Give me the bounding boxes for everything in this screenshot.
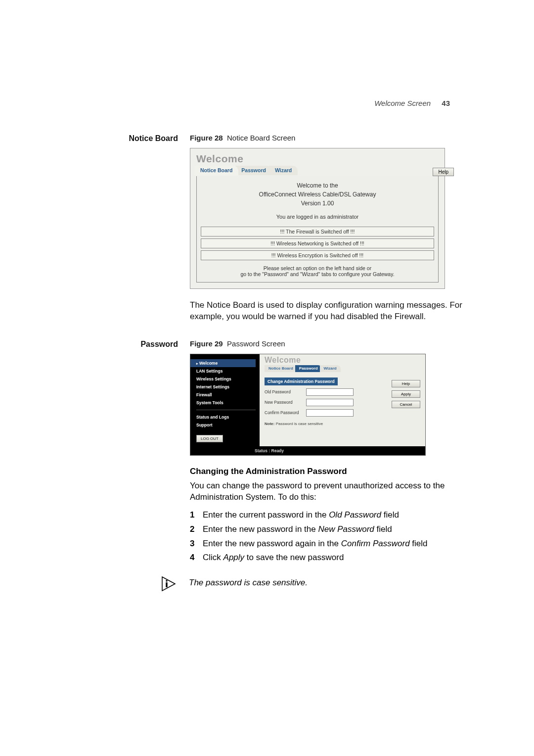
figure-28-caption: Figure 28 Notice Board Screen bbox=[190, 134, 465, 142]
step-1: Enter the current password in the Old Pa… bbox=[190, 508, 465, 522]
status-bar: Status : Ready bbox=[190, 446, 425, 455]
warning-wireless-enc: !!! Wireless Encryption is Switched off … bbox=[201, 250, 434, 260]
sidebar-item-wireless[interactable]: Wireless Settings bbox=[196, 375, 256, 383]
password-section: Password Figure 29 Password Screen Welco… bbox=[104, 339, 465, 595]
panel-heading: Change Administration Password bbox=[265, 378, 338, 385]
info-note: The password is case sensitive. bbox=[158, 575, 465, 595]
page-number: 43 bbox=[442, 99, 450, 107]
note-case-sensitive: Note: Password is case sensitive bbox=[265, 422, 420, 426]
apply-button[interactable]: Apply bbox=[392, 390, 420, 398]
help-button[interactable]: Help bbox=[433, 168, 454, 176]
tab-password[interactable]: Password bbox=[235, 166, 272, 175]
warning-wireless-net: !!! Wireless Networking is Switched off … bbox=[201, 238, 434, 248]
confirm-password-field[interactable] bbox=[306, 409, 354, 417]
help-button-29[interactable]: Help bbox=[392, 380, 420, 387]
warning-firewall: !!! The Firewall is Switched off !!! bbox=[201, 227, 434, 236]
password-footnote: The password is case sensitive. bbox=[180, 575, 308, 588]
step-2: Enter the new password in the New Passwo… bbox=[190, 522, 465, 537]
tab29-wizard[interactable]: Wizard bbox=[320, 365, 341, 372]
step-4: Click Apply to save the new password bbox=[190, 551, 465, 565]
svg-marker-0 bbox=[162, 577, 175, 591]
step-3: Enter the new password again in the Conf… bbox=[190, 537, 465, 551]
old-password-field[interactable] bbox=[306, 388, 354, 396]
sidebar-item-status[interactable]: Status and Logs bbox=[196, 413, 256, 421]
welcome-heading: Welcome bbox=[196, 153, 439, 164]
notice-board-section: Notice Board Figure 28 Notice Board Scre… bbox=[104, 134, 465, 323]
sidebar-item-lan[interactable]: LAN Settings bbox=[196, 367, 256, 375]
header-section: Welcome Screen bbox=[374, 99, 431, 107]
figure-29-screenshot: Welcome LAN Settings Wireless Settings I… bbox=[190, 354, 426, 456]
sidebar-item-firewall[interactable]: Firewall bbox=[196, 391, 256, 399]
cancel-button[interactable]: Cancel bbox=[392, 401, 420, 408]
notice-board-description: The Notice Board is used to display conf… bbox=[190, 300, 465, 323]
sidebar-item-system[interactable]: System Tools bbox=[196, 399, 256, 407]
logout-button[interactable]: LOG OUT bbox=[196, 435, 223, 442]
new-password-label: New Password bbox=[265, 400, 305, 405]
password-panel: Change Administration Password Old Passw… bbox=[260, 373, 425, 435]
sidebar-item-welcome[interactable]: Welcome bbox=[190, 359, 256, 367]
info-icon bbox=[158, 575, 180, 595]
running-header: Welcome Screen 43 bbox=[374, 99, 450, 107]
sidebar-item-support[interactable]: Support bbox=[196, 421, 256, 429]
figure-28-screenshot: Welcome Notice Board Password Wizard Wel… bbox=[190, 148, 465, 289]
section-label-notice: Notice Board bbox=[104, 134, 190, 144]
new-password-field[interactable] bbox=[306, 399, 354, 406]
confirm-password-label: Confirm Password bbox=[265, 410, 305, 415]
tab29-password[interactable]: Password bbox=[295, 365, 322, 372]
tab-wizard[interactable]: Wizard bbox=[269, 166, 298, 175]
figure-29-caption: Figure 29 Password Screen bbox=[190, 339, 465, 348]
sidebar: Welcome LAN Settings Wireless Settings I… bbox=[190, 354, 260, 446]
password-steps: Enter the current password in the Old Pa… bbox=[190, 508, 465, 566]
section-label-password: Password bbox=[104, 339, 190, 350]
tab-notice-board[interactable]: Notice Board bbox=[194, 166, 238, 175]
changing-password-intro: You can change the password to prevent u… bbox=[190, 480, 465, 503]
logged-in-text: You are logged in as administrator bbox=[201, 214, 434, 220]
svg-rect-2 bbox=[166, 582, 167, 587]
sidebar-divider bbox=[196, 410, 256, 410]
welcome-heading-29: Welcome bbox=[265, 356, 421, 364]
old-password-label: Old Password bbox=[265, 389, 305, 394]
sidebar-item-internet[interactable]: Internet Settings bbox=[196, 383, 256, 391]
changing-password-heading: Changing the Administration Password bbox=[190, 467, 465, 476]
tab29-notice[interactable]: Notice Board bbox=[265, 365, 297, 372]
notice-panel: Welcome to the OfficeConnect Wireless Ca… bbox=[196, 176, 439, 283]
svg-point-1 bbox=[166, 580, 168, 582]
